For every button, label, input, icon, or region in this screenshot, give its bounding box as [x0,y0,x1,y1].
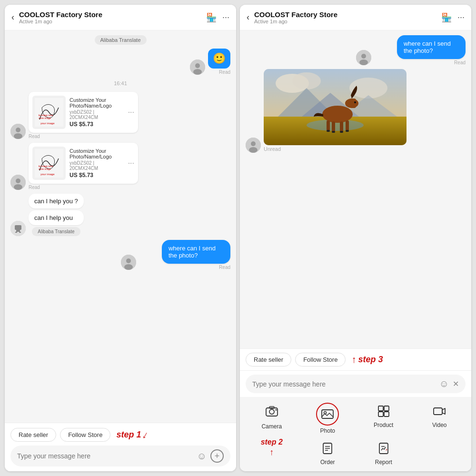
bot-help-wrapper: can I help you ? can I help you Alibaba … [29,194,84,236]
svg-rect-18 [15,225,21,230]
unread-label: Unread [264,146,281,152]
video-label: Video [432,422,446,428]
svg-rect-56 [322,410,333,418]
report-label: Report [375,459,392,466]
svg-point-33 [292,72,321,89]
svg-rect-50 [340,131,343,133]
svg-point-11 [16,178,20,183]
user-photo-bubble: where can I send the photo? [162,240,230,264]
user-photo-wrapper: where can I send the photo? Read [139,240,230,270]
left-plus-icon[interactable]: + [210,449,224,463]
left-store-name: COOLOST Factory Store [19,10,201,19]
msg-row-emoji: 🙂 Read [10,49,230,75]
video-grid-item[interactable]: Video [412,401,468,436]
right-input-row: ☺ ✕ [246,375,466,393]
product-code-2: yxbDZS02 | 20CMX24CM [69,160,124,171]
step2-label: step 2 [261,438,283,446]
svg-rect-21 [19,232,21,233]
bot-bubble-1: can I help you ? [29,194,84,208]
left-emoji-icon[interactable]: ☺ [197,451,207,462]
svg-rect-44 [332,121,335,132]
left-header-info: COOLOST Factory Store Active 1m ago [19,10,201,24]
app-container: ‹ COOLOST Factory Store Active 1m ago 🏪 … [0,0,476,476]
step3-arrow: ↑ [351,354,356,365]
camera-grid-item[interactable]: Camera [244,401,300,436]
rate-seller-button-right[interactable]: Rate seller [246,353,291,367]
left-panel: ‹ COOLOST Factory Store Active 1m ago 🏪 … [5,5,236,471]
right-store-name: COOLOST Factory Store [254,10,436,19]
bot-avatar-1 [10,124,26,139]
product-grid-item[interactable]: Product [356,401,412,436]
svg-rect-58 [378,406,383,411]
left-store-status: Active 1m ago [19,19,201,24]
bot-bubbles: can I help you ? can I help you [29,194,84,225]
svg-rect-43 [327,120,330,131]
emoji-read: Read [219,69,230,75]
step1-arrow: ↓ [140,428,151,441]
left-more-icon[interactable]: ··· [222,12,229,22]
product-name-1: Customize Your Photo/Name/Logo [69,97,124,109]
svg-point-1 [195,63,200,68]
svg-rect-46 [346,120,349,131]
bot-avatar-right [246,138,261,153]
right-message-input[interactable] [252,380,436,388]
report-grid-item[interactable]: Report [356,438,412,469]
left-back-button[interactable]: ‹ [11,12,14,22]
product-more-2[interactable]: ··· [128,159,134,168]
user-photo-read: Read [219,265,230,270]
right-more-icon[interactable]: ··· [457,12,465,22]
product-wrapper-2: your image le image nere votre image Cus… [29,143,138,190]
right-back-button[interactable]: ‹ [247,12,249,22]
report-icon [377,442,390,457]
svg-rect-20 [15,232,17,233]
bot-help-msg: can I help you ? can I help you Alibaba … [10,194,230,236]
svg-point-4 [16,128,20,132]
right-close-icon[interactable]: ✕ [453,379,459,388]
order-grid-item[interactable]: Order [300,438,356,469]
product-more-1[interactable]: ··· [128,108,134,117]
left-chat-area: Alibaba Translate 🙂 Read 16:41 [5,30,236,423]
svg-point-26 [361,54,366,59]
right-header: ‹ COOLOST Factory Store Active 1m ago 🏪 … [240,5,471,30]
left-store-icon[interactable]: 🏪 [206,12,217,23]
right-user-photo-msg: where can I send the photo? Read [246,35,466,65]
right-panel: ‹ COOLOST Factory Store Active 1m ago 🏪 … [240,5,471,471]
svg-rect-45 [340,121,343,132]
bot-translate-badge: Alibaba Translate [32,227,80,236]
svg-point-2 [193,69,202,75]
svg-point-29 [251,141,256,146]
svg-rect-62 [434,408,442,415]
product-icon [377,405,390,420]
svg-point-23 [126,258,131,263]
left-action-buttons: Rate seller Follow Store step 1 ↓ [10,428,230,442]
svg-rect-19 [16,230,20,232]
follow-store-button-left[interactable]: Follow Store [60,428,110,442]
rate-seller-button-left[interactable]: Rate seller [10,428,56,442]
right-header-icons: 🏪 ··· [441,12,465,23]
svg-rect-42 [350,99,356,108]
right-chat-area: where can I send the photo? Read [240,30,471,348]
svg-rect-61 [384,412,389,416]
follow-store-button-right[interactable]: Follow Store [295,353,346,367]
svg-text:your image: your image [40,122,55,125]
right-emoji-icon[interactable]: ☺ [439,378,449,389]
horse-image [264,69,407,145]
order-label: Order [320,459,335,466]
svg-text:votre image: votre image [39,168,51,170]
left-input-row: ☺ + [10,446,230,466]
step1-label: step 1 [116,430,141,440]
emoji-msg-wrapper: 🙂 Read [208,49,230,75]
bot-bubble-2: can I help you [29,210,84,225]
svg-text:votre image: votre image [39,117,51,119]
right-grid-area: Camera Photo [240,397,471,471]
photo-grid-item[interactable]: Photo [300,401,356,436]
right-user-photo-wrapper: where can I send the photo? Read [374,35,466,65]
left-bottom-bar: Rate seller Follow Store step 1 ↓ ☺ + [5,423,236,471]
svg-point-5 [14,133,22,139]
horse-image-msg: Unread [246,69,466,153]
right-user-photo-read: Read [454,60,466,65]
photo-label: Photo [320,427,335,434]
right-store-icon[interactable]: 🏪 [441,12,452,23]
svg-point-30 [249,147,258,153]
left-message-input[interactable] [17,452,193,460]
